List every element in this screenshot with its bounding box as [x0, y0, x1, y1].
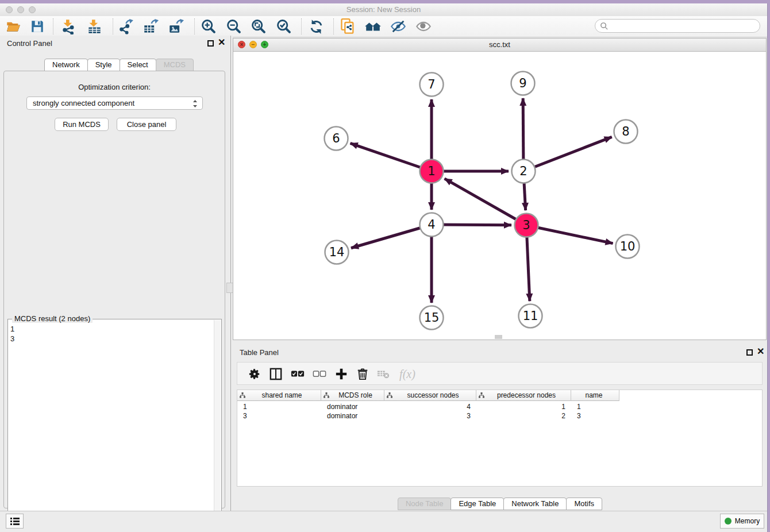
tab-network-table[interactable]: Network Table [503, 498, 567, 510]
close-panel-button[interactable]: Close panel [117, 118, 176, 131]
list-icon [10, 517, 20, 525]
table-row[interactable]: 1dominator411 [237, 402, 619, 411]
window-titlebar: Session: New Session [0, 3, 767, 17]
table-cell: dominator [321, 402, 384, 411]
open-session-icon[interactable] [5, 18, 22, 35]
network-graph[interactable]: 7968124314101511 [233, 51, 766, 340]
function-builder-icon[interactable]: f(x) [396, 365, 419, 383]
select-stepper-icon [192, 99, 198, 110]
graph-node-label: 6 [332, 132, 340, 145]
save-session-icon[interactable] [29, 18, 46, 35]
table-toolbar: f(x) [237, 362, 763, 385]
main-toolbar [0, 16, 767, 37]
control-panel: Control Panel ✕ NetworkStyleSelectMCDS O… [0, 36, 229, 511]
table-cell: 3 [571, 411, 619, 421]
table-tabs: Node TableEdge TableNetwork TableMotifs [233, 498, 767, 510]
tab-mcds[interactable]: MCDS [156, 59, 194, 71]
sort-tree-icon [387, 392, 392, 398]
table-cell: 3 [237, 411, 321, 421]
zoom-selected-icon[interactable] [275, 18, 292, 35]
graph-edge-3-10[interactable] [526, 225, 613, 244]
table-panel-title: Table Panel [240, 348, 279, 357]
column-header-name[interactable]: name [571, 390, 619, 401]
result-scrollbar[interactable] [214, 320, 221, 532]
network-resize-grip[interactable] [495, 335, 502, 339]
control-panel-title: Control Panel [7, 39, 52, 48]
column-header-predecessor-nodes[interactable]: predecessor nodes [476, 390, 571, 401]
table-cell: 3 [384, 411, 476, 421]
run-mcds-button[interactable]: Run MCDS [55, 118, 109, 131]
tab-edge-table[interactable]: Edge Table [451, 498, 504, 510]
copy-network-icon[interactable] [339, 18, 356, 35]
graph-node-label: 4 [428, 218, 435, 232]
table-header-row: shared nameMCDS rolesuccessor nodesprede… [237, 390, 619, 401]
tab-motifs[interactable]: Motifs [566, 498, 602, 510]
select-all-icon[interactable] [289, 365, 306, 383]
graph-edge-4-14[interactable] [351, 225, 432, 248]
node-table: shared nameMCDS rolesuccessor nodesprede… [237, 390, 763, 487]
sort-tree-icon [240, 392, 245, 398]
fx-label: f(x) [399, 368, 415, 381]
column-header-MCDS-role[interactable]: MCDS role [321, 390, 384, 401]
memory-label: Memory [735, 517, 760, 525]
graph-node-label: 11 [523, 309, 538, 323]
network-window-titlebar: × − + scc.txt [233, 38, 766, 52]
sort-tree-icon [479, 392, 484, 398]
search-input[interactable] [611, 21, 760, 31]
zoom-out-icon[interactable] [225, 18, 242, 35]
export-network-icon[interactable] [117, 18, 134, 35]
toolbar-separator [333, 18, 334, 34]
memory-button[interactable]: Memory [720, 514, 764, 529]
show-columns-icon[interactable] [267, 365, 284, 383]
criterion-select[interactable]: strongly connected component [26, 97, 203, 110]
export-image-icon[interactable] [167, 18, 184, 35]
table-float-icon[interactable] [746, 349, 753, 356]
toolbar-separator [194, 18, 195, 34]
toolbar-separator [301, 18, 302, 34]
graph-edge-3-1[interactable] [445, 179, 526, 225]
window-title: Session: New Session [0, 5, 767, 14]
table-cell: 1 [476, 402, 571, 411]
column-header-successor-nodes[interactable]: successor nodes [384, 390, 476, 401]
tab-node-table[interactable]: Node Table [398, 498, 452, 510]
network-window-title: scc.txt [233, 40, 766, 49]
graph-node-label: 2 [519, 164, 527, 178]
toolbar-separator [113, 18, 113, 34]
table-cell: 2 [476, 411, 571, 421]
import-network-icon[interactable] [60, 18, 77, 35]
mcds-panel: Optimization criterion: strongly connect… [3, 71, 225, 508]
unselect-all-icon[interactable] [311, 365, 328, 383]
zoom-fit-icon[interactable] [250, 18, 267, 35]
table-cell: 4 [384, 402, 476, 411]
criterion-select-value: strongly connected component [33, 99, 134, 107]
mcds-result-text: 1 3 [10, 324, 14, 344]
delete-table-icon[interactable] [375, 365, 392, 383]
table-close-icon[interactable]: ✕ [757, 346, 764, 357]
table-cell: 1 [237, 402, 321, 411]
toolbar-separator [53, 18, 53, 34]
home-icon[interactable] [364, 18, 382, 35]
hide-graphics-icon[interactable] [390, 18, 407, 35]
memory-status-icon [725, 518, 732, 525]
zoom-in-icon[interactable] [200, 18, 217, 35]
column-header-shared-name[interactable]: shared name [237, 390, 321, 401]
float-panel-icon[interactable] [207, 40, 214, 47]
graph-edge-1-6[interactable] [351, 143, 432, 171]
settings-gear-icon[interactable] [246, 365, 263, 383]
task-history-button[interactable] [6, 514, 24, 529]
search-box [595, 19, 760, 33]
add-icon[interactable] [333, 365, 350, 383]
import-table-icon[interactable] [86, 18, 103, 35]
tab-network[interactable]: Network [44, 59, 88, 71]
tab-style[interactable]: Style [87, 59, 120, 71]
show-graphics-icon[interactable] [415, 18, 432, 35]
table-row[interactable]: 3dominator323 [237, 411, 619, 421]
table-cell: dominator [321, 411, 384, 421]
graph-node-label: 7 [428, 78, 435, 91]
close-panel-icon[interactable]: ✕ [218, 37, 225, 48]
graph-edge-2-8[interactable] [523, 137, 612, 171]
tab-select[interactable]: Select [120, 59, 156, 71]
export-table-icon[interactable] [142, 18, 159, 35]
delete-icon[interactable] [354, 365, 371, 383]
refresh-icon[interactable] [307, 18, 325, 35]
